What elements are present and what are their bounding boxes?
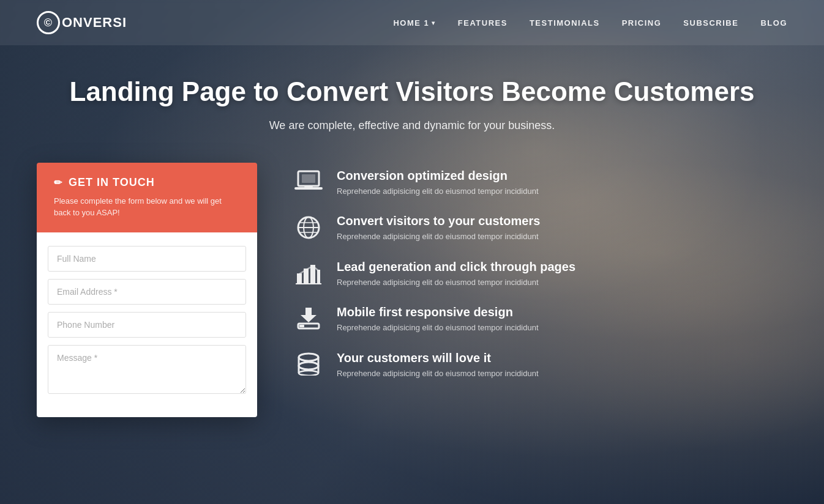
nav-link-home[interactable]: HOME 1 ▾ xyxy=(393,18,435,28)
logo-text: ONVERSI xyxy=(62,15,127,31)
form-body xyxy=(37,232,257,417)
logo[interactable]: © ONVERSI xyxy=(37,11,127,34)
globe-icon xyxy=(294,214,323,240)
nav-item-subscribe[interactable]: SUBSCRIBE xyxy=(683,17,738,28)
feature-text-mobile: Mobile first responsive design Reprehend… xyxy=(337,305,539,334)
download-icon xyxy=(294,305,323,330)
hero-subtitle: We are complete, effective and dynamic f… xyxy=(37,119,787,132)
feature-title-visitors: Convert visitors to your customers xyxy=(337,214,540,228)
nav-link-blog[interactable]: BLOG xyxy=(760,18,787,28)
hero-section: Landing Page to Convert Visitors Become … xyxy=(0,45,824,150)
feature-item-conversion: Conversion optimized design Reprehende a… xyxy=(294,169,787,198)
email-input[interactable] xyxy=(48,279,246,305)
svg-point-17 xyxy=(299,354,318,361)
nav-item-home[interactable]: HOME 1 ▾ xyxy=(393,18,435,28)
svg-rect-9 xyxy=(297,273,302,283)
nav-link-testimonials[interactable]: TESTIMONIALS xyxy=(530,18,600,28)
main-layout: ✏ GET IN TOUCH Please complete the form … xyxy=(0,163,824,417)
navbar: © ONVERSI HOME 1 ▾ FEATURES TESTIMONIALS… xyxy=(0,0,824,45)
feature-text-leadgen: Lead generation and click through pages … xyxy=(337,260,575,289)
features-list: Conversion optimized design Reprehende a… xyxy=(294,163,787,417)
nav-links: HOME 1 ▾ FEATURES TESTIMONIALS PRICING S… xyxy=(393,17,787,28)
pencil-icon: ✏ xyxy=(54,177,62,188)
message-input[interactable] xyxy=(48,345,246,394)
phone-input[interactable] xyxy=(48,312,246,338)
nav-item-blog[interactable]: BLOG xyxy=(760,17,787,28)
form-header-title: ✏ GET IN TOUCH xyxy=(54,176,240,189)
feature-item-visitors: Convert visitors to your customers Repre… xyxy=(294,214,787,243)
feature-desc-leadgen: Reprehende adipisicing elit do eiusmod t… xyxy=(337,276,575,289)
svg-marker-14 xyxy=(301,308,316,322)
svg-rect-16 xyxy=(299,325,304,327)
chart-icon xyxy=(294,260,323,284)
svg-point-20 xyxy=(299,362,318,369)
svg-rect-2 xyxy=(294,187,323,190)
nav-link-subscribe[interactable]: SUBSCRIBE xyxy=(683,18,738,28)
hero-title: Landing Page to Convert Visitors Become … xyxy=(37,76,787,108)
logo-icon: © xyxy=(37,11,60,34)
laptop-icon xyxy=(294,169,323,193)
nav-link-pricing[interactable]: PRICING xyxy=(622,18,662,28)
feature-title-leadgen: Lead generation and click through pages xyxy=(337,260,575,274)
feature-item-leadgen: Lead generation and click through pages … xyxy=(294,260,787,289)
nav-item-pricing[interactable]: PRICING xyxy=(622,17,662,28)
feature-title-mobile: Mobile first responsive design xyxy=(337,305,539,319)
feature-item-customers: Your customers will love it Reprehende a… xyxy=(294,351,787,380)
feature-text-visitors: Convert visitors to your customers Repre… xyxy=(337,214,540,243)
feature-title-customers: Your customers will love it xyxy=(337,351,539,365)
form-header-description: Please complete the form below and we wi… xyxy=(54,195,240,219)
feature-desc-mobile: Reprehende adipisicing elit do eiusmod t… xyxy=(337,322,539,334)
svg-rect-12 xyxy=(317,270,320,283)
feature-desc-conversion: Reprehende adipisicing elit do eiusmod t… xyxy=(337,185,539,198)
form-header: ✏ GET IN TOUCH Please complete the form … xyxy=(37,163,257,232)
database-icon xyxy=(294,351,323,376)
chevron-down-icon: ▾ xyxy=(432,20,436,26)
svg-rect-1 xyxy=(302,174,315,183)
svg-rect-3 xyxy=(304,186,313,187)
nav-link-features[interactable]: FEATURES xyxy=(458,18,508,28)
nav-item-features[interactable]: FEATURES xyxy=(458,17,508,28)
nav-item-testimonials[interactable]: TESTIMONIALS xyxy=(530,17,600,28)
feature-text-conversion: Conversion optimized design Reprehende a… xyxy=(337,169,539,198)
feature-title-conversion: Conversion optimized design xyxy=(337,169,539,183)
contact-form-card: ✏ GET IN TOUCH Please complete the form … xyxy=(37,163,257,417)
feature-item-mobile: Mobile first responsive design Reprehend… xyxy=(294,305,787,334)
feature-desc-visitors: Reprehende adipisicing elit do eiusmod t… xyxy=(337,231,540,243)
svg-point-23 xyxy=(299,371,318,376)
full-name-input[interactable] xyxy=(48,246,246,272)
feature-text-customers: Your customers will love it Reprehende a… xyxy=(337,351,539,380)
feature-desc-customers: Reprehende adipisicing elit do eiusmod t… xyxy=(337,368,539,380)
